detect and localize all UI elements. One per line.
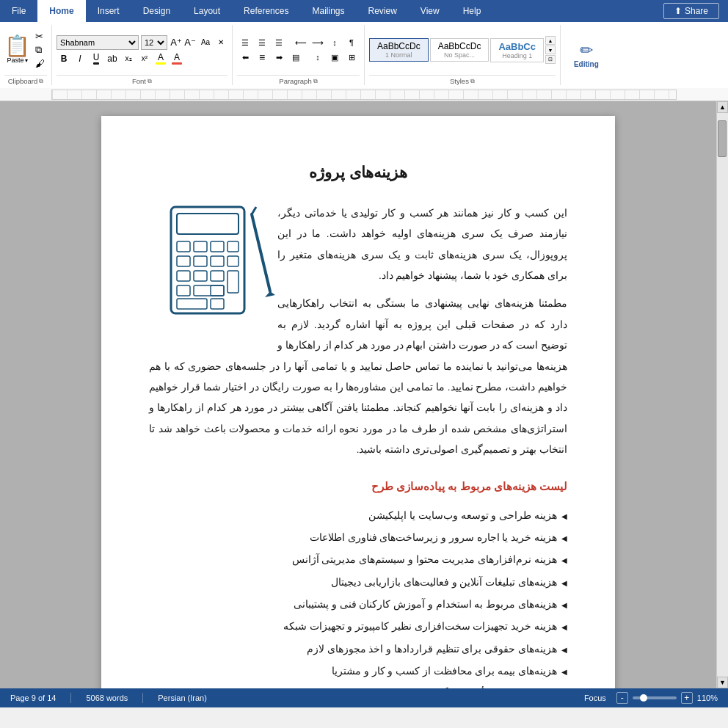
font-controls: Shabnam 12 A⁺ A⁻ Aa ✕ B xyxy=(57,35,228,65)
strikethrough-button[interactable]: ab xyxy=(105,52,120,65)
svg-rect-16 xyxy=(211,285,224,296)
styles-scroll-down[interactable]: ▼ xyxy=(545,46,556,54)
style-no-spacing-label: No Spac... xyxy=(438,51,481,59)
paste-button[interactable]: 📋 Paste ▾ xyxy=(4,36,30,64)
paste-dropdown-icon: ▾ xyxy=(25,57,28,64)
list-arrow-icon: ◀ xyxy=(561,664,567,680)
style-normal[interactable]: AaBbCcDc 1 Normal xyxy=(369,38,429,62)
title-bar: File Home Insert Design Layout Reference… xyxy=(0,0,728,22)
copy-button[interactable]: ⧉ xyxy=(33,43,47,57)
document-scroll[interactable]: هزینه‌های پروژه xyxy=(0,101,716,688)
clear-formatting-button[interactable]: ✕ xyxy=(214,36,228,49)
list-item-text: هزینه‌های تبلیغات آنلاین و فعالیت‌های با… xyxy=(149,572,557,593)
underline-button[interactable]: U xyxy=(89,52,103,65)
multilevel-list-button[interactable]: ☰ xyxy=(271,36,287,49)
center-button[interactable]: ≡ xyxy=(254,51,270,64)
tab-insert[interactable]: Insert xyxy=(86,0,131,22)
decrease-indent-button[interactable]: ⟵ xyxy=(293,36,309,49)
paragraph-group-label[interactable]: Paragraph ⧉ xyxy=(237,75,360,85)
section-title: لیست هزینه‌های مربوط به پیاده‌سازی طرح xyxy=(149,475,567,498)
shading-button[interactable]: ▣ xyxy=(327,51,343,64)
font-size-select[interactable]: 12 xyxy=(141,35,167,50)
font-group-label[interactable]: Font ⧉ xyxy=(57,75,228,85)
scroll-thumb[interactable] xyxy=(718,120,727,157)
scroll-track[interactable] xyxy=(717,113,728,677)
zoom-minus-button[interactable]: - xyxy=(616,692,628,704)
tab-layout[interactable]: Layout xyxy=(182,0,232,22)
tab-references[interactable]: References xyxy=(232,0,300,22)
styles-expand[interactable]: ⊡ xyxy=(545,55,556,64)
tab-review[interactable]: Review xyxy=(356,0,408,22)
status-divider1 xyxy=(70,693,71,703)
status-divider2 xyxy=(142,693,143,703)
svg-rect-10 xyxy=(177,271,190,281)
zoom-level: 110% xyxy=(697,694,718,702)
grow-font-button[interactable]: A⁺ xyxy=(170,36,183,49)
text-highlight-button[interactable]: A xyxy=(153,52,168,65)
main-area: هزینه‌های پروژه xyxy=(0,101,728,688)
list-item: ◀هزینه‌های مربوط به استخدام و آموزش کارک… xyxy=(149,594,567,615)
bold-button[interactable]: B xyxy=(57,52,71,65)
tab-home[interactable]: Home xyxy=(37,0,85,22)
editing-label: Editing xyxy=(574,60,599,68)
styles-scroll-up[interactable]: ▲ xyxy=(545,36,556,45)
font-group-content: Shabnam 12 A⁺ A⁻ Aa ✕ B xyxy=(57,26,228,73)
cut-button[interactable]: ✂ xyxy=(33,30,47,43)
paragraph-row2: ⬅ ≡ ➡ ▤ ↕ ▣ ⊞ xyxy=(237,51,360,64)
svg-rect-11 xyxy=(194,271,207,281)
document-body: این کسب و کار نیز همانند هر کسب و کار تو… xyxy=(149,203,567,460)
superscript-button[interactable]: x² xyxy=(137,52,152,65)
style-heading1[interactable]: AaBbCc Heading 1 xyxy=(490,38,544,62)
italic-button[interactable]: I xyxy=(73,52,87,65)
paragraph-controls: ☰ ☰ ☰ ⟵ ⟶ ↕ ¶ ⬅ ≡ ➡ ▤ xyxy=(237,36,360,64)
font-group: Shabnam 12 A⁺ A⁻ Aa ✕ B xyxy=(52,25,233,85)
clipboard-group-label[interactable]: Clipboard ⧉ xyxy=(4,75,47,85)
list-item: ◀هزینه نرم‌افزارهای مدیریت محتوا و سیستم… xyxy=(149,550,567,570)
svg-line-19 xyxy=(252,214,270,291)
increase-indent-button[interactable]: ⟶ xyxy=(310,36,326,49)
line-spacing-button[interactable]: ↕ xyxy=(310,51,326,64)
shrink-font-button[interactable]: A⁻ xyxy=(183,36,197,49)
justify-button[interactable]: ▤ xyxy=(288,51,304,64)
change-case-button[interactable]: Aa xyxy=(199,36,212,49)
font-color-button[interactable]: A xyxy=(170,52,184,65)
tab-file[interactable]: File xyxy=(0,0,37,22)
paste-label: Paste xyxy=(7,57,23,64)
svg-marker-20 xyxy=(265,291,275,297)
format-painter-button[interactable]: 🖌 xyxy=(33,57,47,70)
style-no-spacing[interactable]: AaBbCcDc No Spac... xyxy=(430,38,489,62)
share-label: Share xyxy=(685,6,708,16)
tab-mailings[interactable]: Mailings xyxy=(300,0,356,22)
page-info: Page 9 of 14 xyxy=(10,694,56,702)
tab-design[interactable]: Design xyxy=(131,0,182,22)
editing-button[interactable]: ✏ Editing xyxy=(565,38,608,71)
list-item: ◀هزینه طراحی و توسعه وب‌سایت یا اپلیکیشن xyxy=(149,506,567,526)
clipboard-group-content: 📋 Paste ▾ ✂ ⧉ 🖌 xyxy=(4,26,47,73)
show-hide-button[interactable]: ¶ xyxy=(343,36,360,49)
cut-copy-column: ✂ ⧉ 🖌 xyxy=(33,30,47,70)
style-heading1-preview: AaBbCc xyxy=(498,41,536,52)
styles-expand-icon: ⧉ xyxy=(470,78,475,85)
font-family-select[interactable]: Shabnam xyxy=(57,35,139,50)
scroll-up-button[interactable]: ▲ xyxy=(717,101,728,113)
zoom-plus-button[interactable]: + xyxy=(681,692,693,704)
zoom-slider[interactable] xyxy=(633,696,677,699)
zoom-control: - + 110% xyxy=(616,692,718,704)
list-item-text: هزینه همکاری با تأمین‌کنندگان خدمات مانن… xyxy=(149,683,557,688)
subscript-button[interactable]: x₂ xyxy=(121,52,136,65)
align-right-button[interactable]: ➡ xyxy=(271,51,287,64)
list-arrow-icon: ◀ xyxy=(561,619,567,635)
focus-label: Focus xyxy=(584,694,606,702)
numbering-button[interactable]: ☰ xyxy=(254,36,270,49)
tab-help[interactable]: Help xyxy=(451,0,493,22)
borders-button[interactable]: ⊞ xyxy=(343,51,360,64)
svg-rect-0 xyxy=(171,207,244,313)
align-left-button[interactable]: ⬅ xyxy=(237,51,253,64)
styles-group-content: AaBbCcDc 1 Normal AaBbCcDc No Spac... Aa… xyxy=(369,26,556,73)
styles-group-label[interactable]: Styles ⧉ xyxy=(369,75,556,85)
tab-view[interactable]: View xyxy=(409,0,451,22)
bullets-button[interactable]: ☰ xyxy=(237,36,253,49)
scroll-down-button[interactable]: ▼ xyxy=(717,677,728,688)
sort-button[interactable]: ↕ xyxy=(327,36,343,49)
share-button[interactable]: ⬆ Share xyxy=(663,3,719,19)
